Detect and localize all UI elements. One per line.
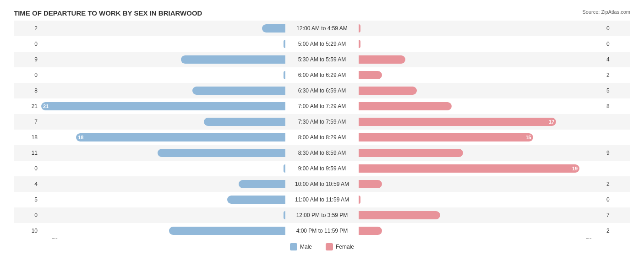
bars-area: 8:30 AM to 8:59 AM bbox=[41, 145, 603, 161]
chart-row: 18188:00 AM to 8:29 AM15 bbox=[14, 130, 630, 145]
male-bar-container bbox=[41, 195, 285, 205]
female-bar-label: 15 bbox=[525, 135, 531, 140]
male-bar-container: 21 bbox=[41, 101, 285, 111]
male-bar bbox=[239, 180, 285, 188]
time-range-label: 12:00 PM to 3:59 PM bbox=[285, 212, 359, 218]
female-bar: 19 bbox=[359, 164, 579, 173]
bars-area: 7:30 AM to 7:59 AM17 bbox=[41, 114, 603, 130]
female-bar bbox=[359, 55, 405, 64]
male-bar-container: 18 bbox=[41, 132, 285, 142]
female-bar-container bbox=[359, 226, 603, 236]
time-range-label: 6:30 AM to 6:59 AM bbox=[285, 87, 359, 94]
chart-row: 86:30 AM to 6:59 AM5 bbox=[14, 83, 630, 98]
female-bar-container: 19 bbox=[359, 163, 603, 174]
bars-area: 5:00 AM to 5:29 AM bbox=[41, 36, 603, 52]
time-range-label: 8:00 AM to 8:29 AM bbox=[285, 134, 359, 141]
male-bar-container bbox=[41, 39, 285, 49]
female-bar-label: 17 bbox=[549, 119, 554, 125]
row-male-value: 18 bbox=[14, 134, 41, 141]
legend-male-label: Male bbox=[300, 244, 312, 250]
bars-area: 188:00 AM to 8:29 AM15 bbox=[41, 130, 603, 145]
bars-area: 12:00 AM to 4:59 AM bbox=[41, 21, 603, 36]
chart-row: 77:30 AM to 7:59 AM17 bbox=[14, 114, 630, 130]
chart-area: 212:00 AM to 4:59 AM005:00 AM to 5:29 AM… bbox=[14, 21, 630, 233]
row-male-value: 21 bbox=[14, 103, 41, 109]
time-range-label: 6:00 AM to 6:29 AM bbox=[285, 72, 359, 78]
chart-container: TIME OF DEPARTURE TO WORK BY SEX IN BRIA… bbox=[0, 0, 644, 272]
male-bar-container bbox=[41, 54, 285, 65]
male-bar-container bbox=[41, 148, 285, 158]
male-bar-label: 18 bbox=[78, 135, 83, 140]
male-bar-container bbox=[41, 117, 285, 127]
bars-area: 9:00 AM to 9:59 AM19 bbox=[41, 161, 603, 176]
chart-row: 95:30 AM to 5:59 AM4 bbox=[14, 52, 630, 67]
time-range-label: 12:00 AM to 4:59 AM bbox=[285, 25, 359, 32]
female-bar bbox=[359, 24, 360, 33]
male-bar: 18 bbox=[76, 133, 285, 141]
chart-row: 410:00 AM to 10:59 AM2 bbox=[14, 176, 630, 192]
source-label: Source: ZipAtlas.com bbox=[582, 9, 630, 15]
row-female-value: 2 bbox=[603, 181, 630, 187]
bars-area: 10:00 AM to 10:59 AM bbox=[41, 176, 603, 192]
row-male-value: 4 bbox=[14, 181, 41, 187]
row-male-value: 0 bbox=[14, 41, 41, 47]
time-range-label: 8:30 AM to 8:59 AM bbox=[285, 150, 359, 156]
chart-row: 09:00 AM to 9:59 AM19 bbox=[14, 161, 630, 176]
row-male-value: 2 bbox=[14, 25, 41, 32]
chart-row: 05:00 AM to 5:29 AM0 bbox=[14, 36, 630, 52]
female-bar bbox=[359, 102, 452, 110]
row-male-value: 0 bbox=[14, 212, 41, 218]
female-bar-container bbox=[359, 39, 603, 49]
row-female-value: 7 bbox=[603, 212, 630, 218]
male-bar-container bbox=[41, 163, 285, 174]
female-bar bbox=[359, 196, 360, 204]
male-bar-label: 21 bbox=[43, 103, 49, 109]
bars-area: 5:30 AM to 5:59 AM bbox=[41, 52, 603, 67]
time-range-label: 9:00 AM to 9:59 AM bbox=[285, 165, 359, 172]
row-female-value: 8 bbox=[603, 103, 630, 109]
female-bar-container: 17 bbox=[359, 117, 603, 127]
male-bar bbox=[192, 87, 285, 95]
row-female-value: 5 bbox=[603, 87, 630, 94]
chart-row: 21217:00 AM to 7:29 AM8 bbox=[14, 98, 630, 114]
female-bar-container bbox=[359, 195, 603, 205]
female-bar bbox=[359, 87, 417, 95]
female-bar-label: 19 bbox=[572, 166, 578, 171]
row-male-value: 9 bbox=[14, 56, 41, 63]
female-bar-container bbox=[359, 86, 603, 96]
row-male-value: 5 bbox=[14, 196, 41, 203]
bars-area: 12:00 PM to 3:59 PM bbox=[41, 207, 603, 223]
male-bar bbox=[262, 24, 285, 33]
row-male-value: 0 bbox=[14, 72, 41, 78]
female-bar-container bbox=[359, 54, 603, 65]
legend: Male Female bbox=[14, 243, 630, 250]
female-bar: 17 bbox=[359, 118, 556, 126]
chart-title: TIME OF DEPARTURE TO WORK BY SEX IN BRIA… bbox=[14, 9, 630, 17]
male-bar-container bbox=[41, 86, 285, 96]
chart-row: 06:00 AM to 6:29 AM2 bbox=[14, 67, 630, 83]
row-female-value: 9 bbox=[603, 150, 630, 156]
time-range-label: 11:00 AM to 11:59 AM bbox=[285, 196, 359, 203]
time-range-label: 7:00 AM to 7:29 AM bbox=[285, 103, 359, 109]
male-bar-container bbox=[41, 23, 285, 33]
male-bar-container bbox=[41, 226, 285, 236]
male-bar bbox=[169, 227, 285, 235]
time-range-label: 5:00 AM to 5:29 AM bbox=[285, 41, 359, 47]
row-female-value: 2 bbox=[603, 72, 630, 78]
male-bar-container bbox=[41, 70, 285, 80]
time-range-label: 5:30 AM to 5:59 AM bbox=[285, 56, 359, 63]
female-bar-container bbox=[359, 179, 603, 189]
row-male-value: 0 bbox=[14, 165, 41, 172]
female-bar bbox=[359, 71, 382, 79]
chart-row: 511:00 AM to 11:59 AM0 bbox=[14, 192, 630, 207]
male-bar bbox=[158, 149, 285, 157]
female-bar bbox=[359, 227, 382, 235]
female-bar: 15 bbox=[359, 133, 533, 141]
bars-area: 6:00 AM to 6:29 AM bbox=[41, 67, 603, 83]
chart-row: 104:00 PM to 11:59 PM2 bbox=[14, 223, 630, 239]
male-bar: 21 bbox=[41, 102, 285, 110]
female-bar bbox=[359, 180, 382, 188]
legend-female-label: Female bbox=[336, 244, 354, 250]
female-bar bbox=[359, 40, 360, 48]
female-bar-container bbox=[359, 23, 603, 33]
